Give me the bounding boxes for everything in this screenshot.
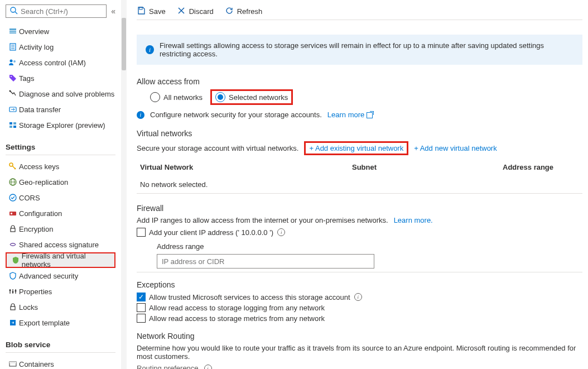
checkbox-logging[interactable] (137, 303, 146, 312)
nav-label: Properties (19, 287, 52, 296)
globe-icon (7, 178, 19, 186)
add-existing-vnet-link[interactable]: + Add existing virtual network (309, 144, 403, 152)
nav-advanced-security[interactable]: Advanced security (6, 268, 115, 284)
toolbar: Save Discard Refresh (137, 3, 582, 20)
address-range-input[interactable] (157, 254, 374, 269)
firewall-learn-more-link[interactable]: Learn more. (394, 216, 433, 224)
col-address-range: Address range (503, 163, 579, 171)
info-banner: i Firewall settings allowing access to s… (137, 35, 582, 65)
svg-rect-25 (11, 228, 15, 232)
svg-rect-16 (9, 126, 12, 128)
highlight-selected-networks: Selected networks (210, 89, 293, 105)
learn-more-link[interactable]: Learn more (327, 111, 373, 119)
nav-export-template[interactable]: Export template (6, 315, 115, 330)
collapse-sidebar-icon[interactable]: « (111, 7, 115, 16)
radio-all-networks[interactable]: All networks (150, 92, 203, 102)
config-security-text: Configure network security for your stor… (150, 111, 322, 119)
nav-firewalls-vnets[interactable]: Firewalls and virtual networks (6, 252, 115, 268)
sidebar: « Overview Activity log Access control (… (0, 0, 121, 369)
checkbox-trusted-services[interactable] (137, 293, 146, 301)
scrollbar-thumb[interactable] (122, 18, 126, 70)
routing-desc: Determine how you would like to route yo… (137, 344, 582, 361)
nav-label: Geo-replication (19, 178, 68, 186)
add-new-vnet-link[interactable]: + Add new virtual network (414, 144, 497, 152)
exceptions-heading: Exceptions (137, 280, 582, 289)
info-text: Firewall settings allowing access to sto… (160, 41, 573, 58)
main-content: Save Discard Refresh i Firewall settings… (127, 0, 588, 369)
svg-rect-35 (9, 362, 16, 363)
nav-label: Firewalls and virtual networks (22, 252, 111, 269)
nav-label: Containers (19, 360, 54, 368)
info-tooltip-icon[interactable]: i (204, 365, 212, 370)
svg-rect-3 (9, 31, 16, 32)
info-icon: i (146, 45, 154, 54)
export-icon (7, 318, 19, 327)
svg-rect-4 (9, 32, 16, 33)
svg-point-0 (11, 7, 16, 12)
cors-icon (7, 193, 19, 202)
data-transfer-icon (7, 105, 19, 114)
svg-rect-17 (13, 126, 16, 128)
nav-encryption[interactable]: Encryption (6, 221, 115, 237)
nav-diagnose[interactable]: Diagnose and solve problems (6, 86, 115, 102)
refresh-icon (225, 6, 234, 17)
nav-properties[interactable]: Properties (6, 284, 115, 299)
iam-icon (7, 58, 19, 67)
nav-sas[interactable]: Shared access signature (6, 237, 115, 252)
nav-data-transfer[interactable]: Data transfer (6, 102, 115, 117)
svg-rect-14 (9, 122, 12, 124)
diagnose-icon (7, 89, 19, 98)
svg-rect-15 (13, 122, 16, 124)
checkbox-client-ip[interactable] (137, 228, 146, 237)
nav-tags[interactable]: Tags (6, 70, 115, 86)
refresh-button[interactable]: Refresh (225, 6, 263, 17)
nav-configuration[interactable]: Configuration (6, 205, 115, 221)
allow-access-label: Allow access from (137, 77, 582, 86)
nav-containers[interactable]: Containers (6, 356, 115, 369)
svg-rect-2 (9, 28, 16, 30)
nav-cors[interactable]: CORS (6, 190, 115, 205)
search-input[interactable] (21, 7, 103, 16)
properties-icon (7, 287, 19, 296)
info-tooltip-icon[interactable]: i (354, 293, 362, 301)
firewall-icon (10, 256, 22, 265)
config-icon (7, 209, 19, 218)
save-button[interactable]: Save (137, 6, 166, 17)
nav-storage-explorer[interactable]: Storage Explorer (preview) (6, 117, 115, 133)
nav-geo-replication[interactable]: Geo-replication (6, 174, 115, 190)
search-icon (9, 6, 18, 17)
nav-activity-log[interactable]: Activity log (6, 39, 115, 55)
nav-label: Activity log (19, 43, 54, 51)
key-icon (7, 162, 19, 171)
svg-point-9 (10, 60, 13, 63)
nav-label: Export template (19, 319, 70, 327)
highlight-add-existing: + Add existing virtual network (304, 141, 408, 155)
nav-overview[interactable]: Overview (6, 23, 115, 39)
tags-icon (7, 74, 19, 83)
nav-label: Storage Explorer (preview) (19, 121, 105, 130)
discard-icon (177, 6, 186, 17)
discard-button[interactable]: Discard (177, 6, 214, 17)
lock-icon (7, 303, 19, 312)
col-subnet: Subnet (352, 163, 503, 171)
nav-label: Access control (IAM) (19, 59, 86, 67)
radio-selected-networks[interactable]: Selected networks (215, 92, 288, 102)
nav-access-control[interactable]: Access control (IAM) (6, 55, 115, 70)
svg-rect-24 (11, 213, 12, 214)
svg-point-31 (15, 290, 17, 292)
nav-locks[interactable]: Locks (6, 299, 115, 315)
vnet-heading: Virtual networks (137, 129, 582, 138)
nav-access-keys[interactable]: Access keys (6, 159, 115, 174)
firewall-desc: Add IP ranges to allow access from the i… (137, 216, 388, 224)
vnet-desc: Secure your storage account with virtual… (137, 144, 298, 152)
svg-point-30 (12, 291, 14, 293)
svg-point-22 (9, 194, 16, 201)
checkbox-metrics[interactable] (137, 314, 146, 323)
nav-label: Diagnose and solve problems (19, 90, 114, 98)
sidebar-scrollbar[interactable] (121, 0, 127, 369)
overview-icon (7, 27, 19, 36)
info-tooltip-icon[interactable]: i (277, 228, 285, 236)
vnet-empty-row: No network selected. (137, 176, 582, 194)
search-box[interactable] (6, 4, 107, 18)
info-icon: i (137, 111, 144, 119)
